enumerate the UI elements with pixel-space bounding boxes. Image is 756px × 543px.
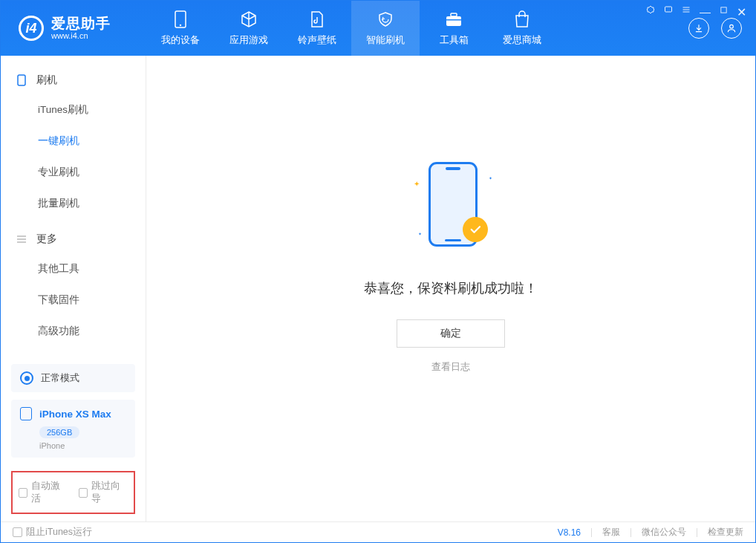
window-controls: — ✕ — [646, 5, 746, 19]
divider — [697, 528, 697, 537]
svg-rect-8 — [18, 75, 25, 85]
tab-my-device[interactable]: 我的设备 — [146, 1, 215, 56]
sidebar-item-batch-flash[interactable]: 批量刷机 — [1, 188, 146, 219]
bag-icon — [512, 10, 532, 29]
download-button[interactable] — [688, 18, 709, 39]
ok-button[interactable]: 确定 — [397, 319, 505, 348]
tab-ringtones[interactable]: 铃声壁纸 — [283, 1, 351, 56]
tab-label: 铃声壁纸 — [298, 33, 336, 47]
svg-rect-1 — [721, 7, 726, 13]
tab-store[interactable]: 爱思商城 — [488, 1, 556, 56]
list-icon — [16, 233, 27, 245]
menu-icon[interactable] — [682, 5, 691, 19]
tab-label: 应用游戏 — [229, 33, 268, 47]
divider — [630, 528, 631, 537]
logo: i4 爱思助手 www.i4.cn — [1, 16, 146, 41]
mode-icon — [20, 371, 33, 385]
toolbox-icon — [444, 10, 463, 29]
tab-apps[interactable]: 应用游戏 — [215, 1, 283, 56]
divider — [591, 528, 592, 537]
svg-rect-4 — [446, 16, 461, 26]
section-title: 更多 — [36, 233, 57, 246]
sidebar-item-pro-flash[interactable]: 专业刷机 — [1, 157, 146, 188]
svg-rect-0 — [665, 7, 672, 12]
tab-label: 我的设备 — [161, 33, 200, 47]
success-illustration: ✦ ✦ ✦ — [406, 159, 495, 256]
nav-tabs: 我的设备 应用游戏 铃声壁纸 智能刷机 工具箱 爱思商城 — [146, 1, 688, 56]
footer: 阻止iTunes运行 V8.16 客服 微信公众号 检查更新 — [1, 521, 755, 542]
tab-label: 智能刷机 — [366, 33, 405, 47]
check-badge-icon — [463, 217, 488, 242]
sidebar-section-more: 更多 — [1, 225, 146, 253]
skin-icon[interactable] — [646, 5, 655, 19]
tab-label: 工具箱 — [440, 33, 469, 47]
cube-icon — [239, 10, 258, 29]
version-label: V8.16 — [558, 527, 581, 538]
checkbox-label: 阻止iTunes运行 — [26, 526, 92, 539]
svg-rect-6 — [446, 19, 461, 21]
mode-label: 正常模式 — [41, 371, 79, 385]
maximize-button[interactable] — [720, 5, 728, 19]
checkbox-label: 自动激活 — [31, 480, 68, 505]
phone-icon — [16, 74, 27, 86]
view-log-link[interactable]: 查看日志 — [431, 361, 470, 374]
device-icon — [171, 10, 190, 29]
checkbox-label: 跳过向导 — [91, 480, 128, 505]
header: i4 爱思助手 www.i4.cn 我的设备 应用游戏 铃声壁纸 智能刷机 工具… — [1, 1, 755, 56]
checkbox-block-itunes[interactable]: 阻止iTunes运行 — [13, 526, 92, 539]
logo-icon: i4 — [19, 16, 44, 41]
refresh-shield-icon — [376, 10, 395, 29]
tab-toolbox[interactable]: 工具箱 — [420, 1, 488, 56]
main-content: ✦ ✦ ✦ 恭喜您，保资料刷机成功啦！ 确定 查看日志 — [146, 56, 755, 521]
app-subtitle: www.i4.cn — [51, 31, 111, 40]
minimize-button[interactable]: — — [700, 5, 711, 19]
user-button[interactable] — [721, 18, 742, 39]
highlighted-checkbox-row: 自动激活 跳过向导 — [11, 471, 135, 514]
sparkle-icon: ✦ — [414, 180, 420, 188]
tab-flash[interactable]: 智能刷机 — [351, 1, 420, 56]
checkbox-skip-wizard[interactable]: 跳过向导 — [79, 480, 128, 505]
svg-point-3 — [180, 25, 181, 26]
checkbox-box — [19, 488, 27, 498]
update-link[interactable]: 检查更新 — [708, 526, 743, 539]
device-card[interactable]: iPhone XS Max 256GB iPhone — [11, 400, 135, 458]
device-icon — [20, 407, 32, 420]
sparkle-icon: ✦ — [418, 231, 422, 236]
sidebar-item-itunes-flash[interactable]: iTunes刷机 — [1, 94, 146, 126]
close-button[interactable]: ✕ — [737, 5, 746, 19]
success-message: 恭喜您，保资料刷机成功啦！ — [364, 279, 538, 297]
sparkle-icon: ✦ — [489, 175, 492, 181]
svg-rect-5 — [451, 13, 457, 16]
support-link[interactable]: 客服 — [602, 526, 620, 539]
sidebar-item-other-tools[interactable]: 其他工具 — [1, 253, 146, 284]
tab-label: 爱思商城 — [503, 33, 541, 47]
sidebar-item-advanced[interactable]: 高级功能 — [1, 316, 146, 347]
wechat-link[interactable]: 微信公众号 — [642, 526, 686, 539]
sidebar-item-download-fw[interactable]: 下载固件 — [1, 284, 146, 316]
checkbox-box — [13, 527, 22, 537]
sidebar-item-oneclick-flash[interactable]: 一键刷机 — [1, 126, 146, 157]
header-right — [688, 18, 755, 39]
device-name: iPhone XS Max — [39, 409, 111, 420]
checkbox-box — [79, 488, 88, 498]
sidebar: 刷机 iTunes刷机 一键刷机 专业刷机 批量刷机 更多 其他工具 下载固件 … — [1, 56, 146, 521]
device-capacity: 256GB — [39, 426, 79, 438]
section-title: 刷机 — [36, 74, 57, 87]
sidebar-section-flash: 刷机 — [1, 66, 146, 94]
device-type: iPhone — [39, 441, 126, 450]
mode-card[interactable]: 正常模式 — [11, 364, 135, 392]
app-title: 爱思助手 — [51, 16, 111, 32]
feedback-icon[interactable] — [664, 5, 673, 19]
svg-point-7 — [730, 25, 734, 28]
music-file-icon — [307, 10, 327, 29]
checkbox-auto-activate[interactable]: 自动激活 — [19, 480, 68, 505]
body: 刷机 iTunes刷机 一键刷机 专业刷机 批量刷机 更多 其他工具 下载固件 … — [1, 56, 755, 521]
